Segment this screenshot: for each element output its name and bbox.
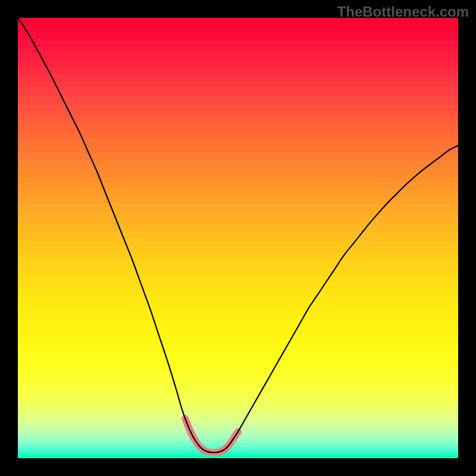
curves-layer bbox=[18, 18, 458, 458]
chart-frame: TheBottleneck.com bbox=[0, 0, 476, 476]
bottleneck-curve bbox=[18, 18, 458, 453]
plot-area bbox=[18, 18, 458, 458]
